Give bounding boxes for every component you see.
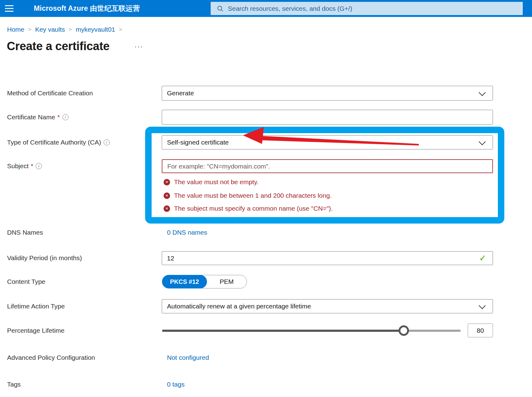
breadcrumb-separator-icon: > <box>119 26 122 33</box>
breadcrumb-separator-icon: > <box>69 26 72 33</box>
info-icon[interactable]: i <box>36 163 42 169</box>
dns-names-label: DNS Names <box>7 228 43 237</box>
subject-error-row: ✕ The subject must specify a common name… <box>164 204 333 213</box>
slider-fill <box>162 330 404 332</box>
validity-period-input[interactable] <box>162 251 493 265</box>
search-placeholder: Search resources, services, and docs (G+… <box>228 5 352 12</box>
validity-period-label: Validity Period (in months) <box>7 253 82 263</box>
top-bar: Microsoft Azure 由世纪互联运营 Search resources… <box>0 0 532 17</box>
chevron-down-icon <box>479 138 486 145</box>
error-icon: ✕ <box>164 205 170 212</box>
ca-type-label: Type of Certificate Authority (CA) i <box>7 138 110 147</box>
search-icon <box>217 5 224 12</box>
method-of-certificate-creation-select[interactable]: Generate <box>162 86 493 101</box>
content-type-toggle: PKCS #12 PEM <box>162 275 247 288</box>
info-icon[interactable]: i <box>62 114 69 120</box>
percentage-lifetime-slider[interactable] <box>162 330 461 332</box>
lifetime-action-type-label: Lifetime Action Type <box>7 302 65 311</box>
chevron-down-icon <box>479 89 486 96</box>
error-icon: ✕ <box>164 193 170 199</box>
azure-brand-title[interactable]: Microsoft Azure 由世纪互联运营 <box>34 0 140 17</box>
subject-error-row: ✕ The value must not be empty. <box>164 178 259 186</box>
content-type-option-pkcs12[interactable]: PKCS #12 <box>162 275 207 288</box>
dns-names-link[interactable]: 0 DNS names <box>167 229 207 236</box>
chevron-down-icon <box>479 302 486 309</box>
ca-type-select[interactable]: Self-signed certificate <box>162 135 493 149</box>
lifetime-action-type-select[interactable]: Automatically renew at a given percentag… <box>162 299 493 313</box>
global-search-input[interactable]: Search resources, services, and docs (G+… <box>211 2 523 15</box>
percentage-lifetime-label: Percentage Lifetime <box>7 326 65 335</box>
content-type-option-pem[interactable]: PEM <box>207 275 246 288</box>
breadcrumb-key-vaults[interactable]: Key vaults <box>35 26 65 33</box>
advanced-policy-label: Advanced Policy Configuration <box>7 353 95 362</box>
subject-error-row: ✕ The value must be between 1 and 200 ch… <box>164 191 332 200</box>
percentage-lifetime-value[interactable]: 80 <box>468 324 493 337</box>
page-title: Create a certificate <box>7 40 109 53</box>
certificate-name-label: Certificate Name * i <box>7 113 69 122</box>
breadcrumb-home[interactable]: Home <box>7 26 24 33</box>
valid-check-icon: ✓ <box>479 253 486 263</box>
tags-link[interactable]: 0 tags <box>167 381 185 388</box>
advanced-policy-link[interactable]: Not configured <box>167 354 209 361</box>
subject-label: Subject * i <box>7 161 42 171</box>
tags-label: Tags <box>7 380 21 389</box>
certificate-name-input[interactable] <box>162 110 493 125</box>
subject-input[interactable] <box>162 159 493 173</box>
breadcrumb-mykeyvault01[interactable]: mykeyvault01 <box>76 26 115 33</box>
method-of-certificate-creation-label: Method of Certificate Creation <box>7 89 93 98</box>
breadcrumb-separator-icon: > <box>28 26 31 33</box>
content-type-label: Content Type <box>7 277 46 286</box>
breadcrumb: Home > Key vaults > mykeyvault01 > <box>7 25 126 34</box>
error-icon: ✕ <box>164 179 170 185</box>
slider-thumb[interactable] <box>399 325 409 336</box>
info-icon[interactable]: i <box>104 139 110 145</box>
hamburger-menu-icon[interactable] <box>5 5 14 12</box>
more-options-icon[interactable]: ··· <box>134 42 143 51</box>
